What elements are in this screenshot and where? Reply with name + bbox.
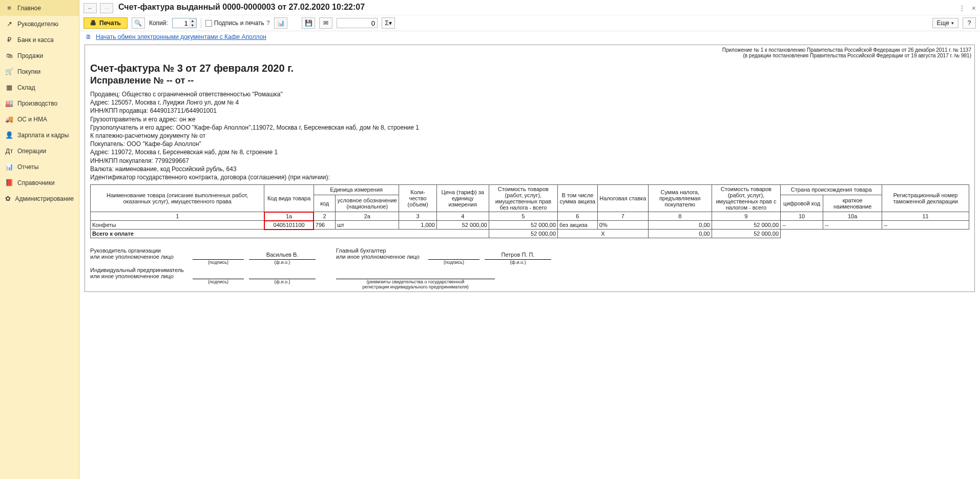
save-button[interactable]: 💾: [302, 17, 315, 29]
sidebar: ≡Главное↗Руководителю₽Банк и касса🛍Прода…: [0, 0, 79, 479]
copies-label: Копий:: [149, 19, 168, 27]
copies-up-button[interactable]: ▲: [189, 18, 196, 23]
spreadsheet-button[interactable]: 📊: [274, 17, 287, 29]
doc-info-line: К платежно-расчетному документу № от: [90, 132, 969, 140]
edo-link-row: 🗎 Начать обмен электронными документами …: [79, 31, 980, 43]
sidebar-icon: 📕: [5, 179, 13, 186]
checkbox-icon: [205, 20, 212, 27]
sidebar-icon: Дт: [5, 147, 13, 155]
sum-button[interactable]: Σ▾: [382, 17, 395, 29]
print-button[interactable]: 🖶 Печать: [84, 17, 128, 29]
sidebar-item-label: Продажи: [17, 52, 43, 59]
sign-stamp-checkbox[interactable]: Подпись и печать ?: [205, 19, 270, 27]
doc-info-line: Грузоотправитель и его адрес: он же: [90, 115, 969, 123]
doc-info-line: ИНН/КПП покупателя: 7799299667: [90, 157, 969, 165]
appendix-note: Приложение № 1 к постановлению Правитель…: [85, 45, 974, 60]
toolbar: 🖶 Печать 🔍 Копий: ▲ ▼ Подпись и печать ?…: [79, 15, 980, 31]
signatures: Руководитель организации или иное уполно…: [90, 247, 969, 279]
sidebar-item-6[interactable]: 🏭Производство: [0, 95, 79, 111]
help-icon[interactable]: ?: [266, 19, 270, 27]
sidebar-item-3[interactable]: 🛍Продажи: [0, 48, 79, 64]
sidebar-item-12[interactable]: ✿Администрирование: [0, 191, 79, 206]
sidebar-item-label: Банк и касса: [17, 36, 54, 44]
help-button[interactable]: ?: [963, 17, 976, 29]
printer-icon: 🖶: [90, 19, 96, 27]
sidebar-item-label: Производство: [17, 100, 57, 107]
invoice-document: Приложение № 1 к постановлению Правитель…: [85, 45, 975, 292]
sidebar-item-2[interactable]: ₽Банк и касса: [0, 32, 79, 48]
sidebar-item-label: Покупки: [17, 68, 40, 75]
window-close-icon[interactable]: ×: [972, 4, 976, 12]
document-exchange-icon: 🗎: [86, 33, 92, 40]
more-button[interactable]: Еще▾: [932, 18, 958, 28]
table-total-row: Всего к оплате 52 000,00 Х 0,00 52 000,0…: [91, 230, 969, 238]
sidebar-item-label: Руководителю: [17, 20, 58, 28]
window-title: Счет-фактура выданный 0000-0000003 от 27…: [116, 2, 367, 15]
doc-info-line: Адрес: 119072, Москва г, Берсеневская на…: [90, 148, 969, 156]
sidebar-item-label: Склад: [17, 84, 35, 91]
sidebar-item-11[interactable]: 📕Справочники: [0, 175, 79, 191]
titlebar: ← → Счет-фактура выданный 0000-0000003 о…: [79, 0, 980, 15]
doc-info-line: ИНН/КПП продавца: 6449013711/644901001: [90, 107, 969, 115]
sidebar-icon: 🏭: [5, 99, 13, 107]
sidebar-item-8[interactable]: 👤Зарплата и кадры: [0, 127, 79, 143]
sidebar-icon: 🚚: [5, 115, 13, 123]
sidebar-icon: 🛒: [5, 68, 13, 75]
nav-back-button[interactable]: ←: [84, 3, 97, 13]
sidebar-icon: 👤: [5, 131, 13, 139]
sidebar-item-label: Отчеты: [17, 163, 38, 171]
sidebar-item-0[interactable]: ≡Главное: [0, 0, 79, 16]
invoice-table: Наименование товара (описание выполненны…: [90, 184, 969, 238]
copies-down-button[interactable]: ▼: [189, 23, 196, 28]
nav-forward-button[interactable]: →: [100, 3, 113, 13]
sidebar-item-label: Администрирование: [15, 195, 74, 202]
sidebar-item-label: Зарплата и кадры: [17, 132, 69, 139]
doc-info-line: Валюта: наименование, код Российский руб…: [90, 165, 969, 173]
edo-link[interactable]: Начать обмен электронными документами с …: [96, 33, 266, 40]
main-area: ← → Счет-фактура выданный 0000-0000003 о…: [79, 0, 980, 479]
doc-info-line: Адрес: 125057, Москва г, Луиджи Лонго ул…: [90, 98, 969, 107]
sidebar-item-7[interactable]: 🚚ОС и НМА: [0, 111, 79, 127]
sidebar-item-5[interactable]: ▦Склад: [0, 79, 79, 95]
sidebar-item-1[interactable]: ↗Руководителю: [0, 16, 79, 32]
table-row: Конфеты 0405101100 796 шт 1,000 52 000,0…: [91, 221, 969, 230]
doc-info-line: Покупатель: ООО "Кафе-бар Аполлон": [90, 140, 969, 148]
sidebar-item-9[interactable]: ДтОперации: [0, 143, 79, 159]
sidebar-icon: 📊: [5, 163, 13, 171]
sidebar-icon: ✿: [5, 195, 11, 202]
document-area: Приложение № 1 к постановлению Правитель…: [79, 43, 980, 479]
sidebar-item-10[interactable]: 📊Отчеты: [0, 159, 79, 175]
sidebar-icon: ≡: [5, 4, 13, 12]
sidebar-icon: ▦: [5, 84, 13, 91]
sidebar-icon: ₽: [5, 36, 13, 44]
item-code-cell: 0405101100: [264, 221, 314, 230]
sidebar-item-label: Справочники: [17, 179, 55, 186]
sidebar-item-label: Главное: [17, 5, 41, 12]
doc-info-line: Продавец: Общество с ограниченной ответс…: [90, 90, 969, 98]
sidebar-item-label: ОС и НМА: [17, 116, 47, 123]
window-options-icon[interactable]: ⋮: [958, 4, 966, 12]
sidebar-item-4[interactable]: 🛒Покупки: [0, 64, 79, 79]
number-input[interactable]: [337, 18, 378, 28]
doc-info-line: Грузополучатель и его адрес: ООО "Кафе-б…: [90, 123, 969, 132]
invoice-subtitle: Исправление № -- от --: [90, 75, 969, 86]
sidebar-icon: 🛍: [5, 52, 13, 59]
invoice-title: Счет-фактура № 3 от 27 февраля 2020 г.: [90, 63, 969, 74]
doc-info-line: Идентификатор государственного контракта…: [90, 173, 969, 181]
preview-button[interactable]: 🔍: [132, 17, 145, 29]
sidebar-icon: ↗: [5, 20, 13, 28]
email-button[interactable]: ✉: [319, 17, 332, 29]
sidebar-item-label: Операции: [17, 148, 46, 155]
